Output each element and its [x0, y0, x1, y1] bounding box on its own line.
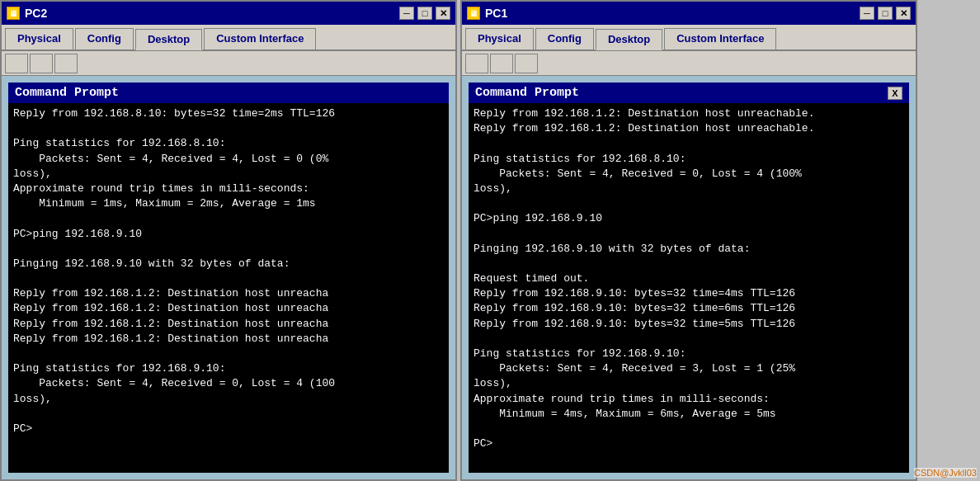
- pc2-title: PC2: [25, 7, 47, 20]
- pc1-tab-custom[interactable]: Custom Interface: [664, 28, 776, 50]
- pc1-toolbar-btn2[interactable]: [490, 54, 513, 73]
- pc1-content: Command Prompt X Reply from 192.168.1.2:…: [462, 76, 916, 479]
- pc1-close-btn[interactable]: ✕: [896, 7, 911, 20]
- pc2-cmd-window: Command Prompt Reply from 192.168.8.10: …: [8, 83, 449, 473]
- pc2-controls: ─ □ ✕: [399, 7, 450, 20]
- pc1-maximize-btn[interactable]: □: [878, 7, 893, 20]
- pc1-controls: ─ □ ✕: [860, 7, 911, 20]
- pc2-toolbar-btn2[interactable]: [30, 54, 53, 73]
- pc1-window: 🖥 PC1 ─ □ ✕ Physical Config Desktop Cust…: [460, 0, 917, 481]
- pc1-icon: 🖥: [467, 7, 480, 20]
- pc2-tab-custom[interactable]: Custom Interface: [204, 28, 316, 50]
- pc2-cmd-text: Reply from 192.168.8.10: bytes=32 time=2…: [13, 107, 335, 435]
- pc2-cmd-title: Command Prompt: [15, 86, 119, 100]
- pc1-minimize-btn[interactable]: ─: [860, 7, 874, 20]
- pc2-tab-desktop[interactable]: Desktop: [135, 29, 202, 50]
- pc2-close-btn[interactable]: ✕: [436, 7, 450, 20]
- pc1-tab-physical[interactable]: Physical: [465, 28, 534, 50]
- pc1-cmd-body[interactable]: Reply from 192.168.1.2: Destination host…: [469, 103, 909, 473]
- pc2-toolbar: [2, 51, 455, 76]
- pc1-toolbar: [462, 51, 916, 76]
- pc2-tab-config[interactable]: Config: [75, 28, 134, 50]
- pc1-tab-config[interactable]: Config: [535, 28, 594, 50]
- pc1-cmd-close-btn[interactable]: X: [888, 87, 902, 100]
- watermark: CSDN@Jvkll03: [914, 468, 977, 478]
- pc1-cmd-titlebar: Command Prompt X: [469, 83, 909, 103]
- pc2-window: 🖥 PC2 ─ □ ✕ Physical Config Desktop Cust…: [0, 0, 457, 481]
- pc2-titlebar: 🖥 PC2 ─ □ ✕: [2, 2, 455, 25]
- pc2-minimize-btn[interactable]: ─: [399, 7, 414, 20]
- pc1-title-left: 🖥 PC1: [467, 7, 507, 20]
- pc2-toolbar-btn1[interactable]: [5, 54, 28, 73]
- pc2-cmd-titlebar: Command Prompt: [8, 83, 449, 103]
- pc1-cmd-text: Reply from 192.168.1.2: Destination host…: [474, 107, 814, 450]
- pc1-toolbar-btn3[interactable]: [515, 54, 538, 73]
- pc1-tabs: Physical Config Desktop Custom Interface: [462, 25, 916, 51]
- pc2-toolbar-btn3[interactable]: [54, 54, 78, 73]
- pc2-tab-physical[interactable]: Physical: [5, 28, 73, 50]
- pc1-titlebar: 🖥 PC1 ─ □ ✕: [462, 2, 916, 25]
- pc1-toolbar-btn1[interactable]: [465, 54, 488, 73]
- pc1-cmd-title: Command Prompt: [475, 86, 579, 100]
- pc1-title: PC1: [485, 7, 507, 20]
- pc1-tab-desktop[interactable]: Desktop: [596, 29, 662, 50]
- pc1-cmd-window: Command Prompt X Reply from 192.168.1.2:…: [469, 83, 909, 473]
- pc2-title-left: 🖥 PC2: [7, 7, 47, 20]
- pc2-icon: 🖥: [7, 7, 20, 20]
- pc2-content: Command Prompt Reply from 192.168.8.10: …: [2, 76, 455, 479]
- pc2-tabs: Physical Config Desktop Custom Interface: [2, 25, 455, 51]
- pc2-cmd-body[interactable]: Reply from 192.168.8.10: bytes=32 time=2…: [8, 103, 449, 473]
- pc2-maximize-btn[interactable]: □: [417, 7, 432, 20]
